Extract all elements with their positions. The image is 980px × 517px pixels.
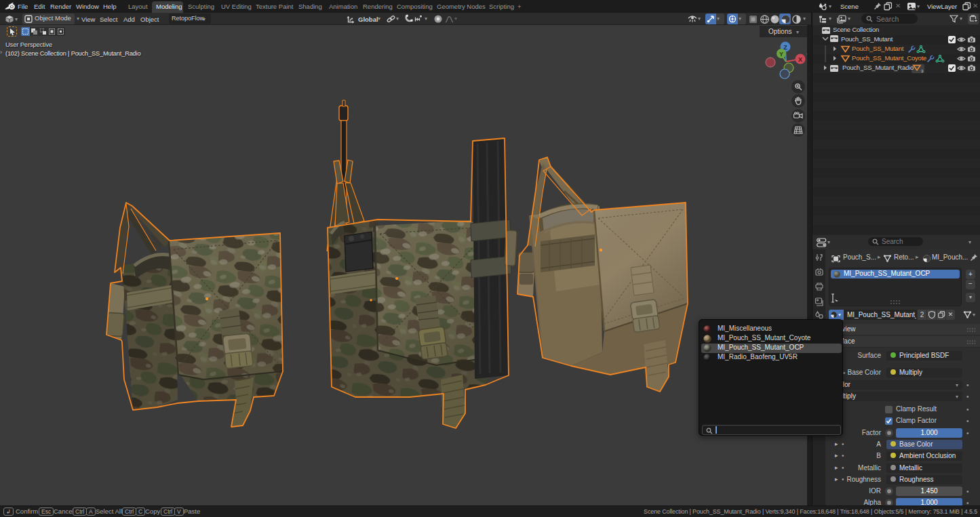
svg-text:Z: Z [783,44,787,51]
svg-text:Y: Y [779,51,783,58]
svg-text:X: X [798,56,802,63]
